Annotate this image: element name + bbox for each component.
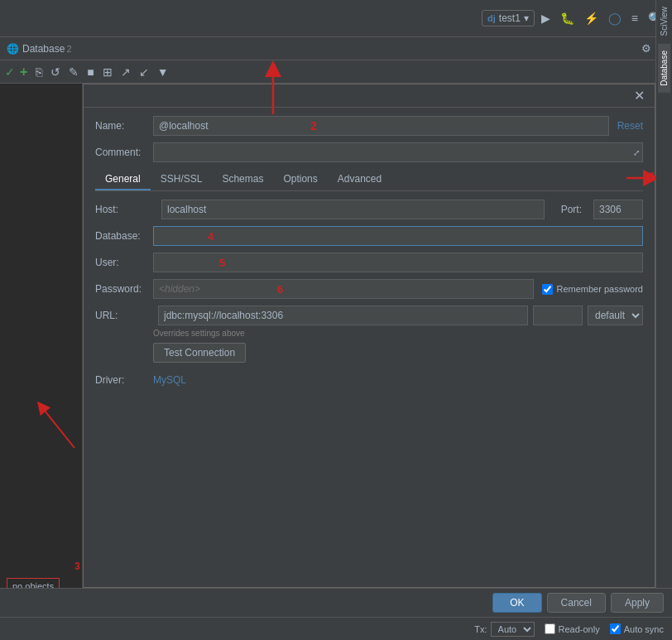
left-panel: no objects 3 点击download xyxy=(0,84,83,640)
db-toolbar: ✓ + ⎘ ↺ ✎ ■ ⊞ ↗ ↙ ▼ xyxy=(0,60,672,84)
refresh-button[interactable]: ↺ xyxy=(47,65,64,79)
password-input[interactable] xyxy=(153,279,534,299)
tx-control: Tx: Auto xyxy=(474,622,534,637)
db-panel-title: Database xyxy=(22,43,65,55)
port-label: Port: xyxy=(561,204,582,215)
db-badge: 2 xyxy=(66,44,71,54)
tab-general[interactable]: General xyxy=(95,169,151,190)
comment-row: Comment: ⤢ xyxy=(95,142,643,162)
database-input[interactable] xyxy=(153,226,643,246)
expand-icon[interactable]: ⤢ xyxy=(633,148,640,157)
host-label: Host: xyxy=(95,204,153,215)
debug-button[interactable]: 🐛 xyxy=(557,11,578,26)
edit-datasource-button[interactable]: ✎ xyxy=(65,65,82,79)
comment-input[interactable] xyxy=(153,142,643,162)
cancel-button[interactable]: Cancel xyxy=(547,593,606,613)
tx-select[interactable]: Auto xyxy=(491,622,535,637)
add-datasource-button[interactable]: + xyxy=(17,64,31,80)
export-button[interactable]: ↗ xyxy=(118,65,134,79)
copy-button[interactable]: ⎘ xyxy=(32,65,46,79)
top-bar: dj test1 ▾ ▶ 🐛 ⚡ ◯ ≡ 🔍 xyxy=(0,0,672,37)
side-right-panel: SciView Database 1 xyxy=(655,0,672,640)
driver-link[interactable]: MySQL xyxy=(153,374,186,386)
password-row: Password: 6 Remember password xyxy=(95,279,643,299)
top-bar-right: dj test1 ▾ ▶ 🐛 ⚡ ◯ ≡ 🔍 xyxy=(482,10,665,26)
database-label: Database: xyxy=(95,230,153,242)
ok-button[interactable]: OK xyxy=(492,593,541,613)
db-panel-header: 🌐 Database 2 ⚙ ⋮ xyxy=(0,37,672,60)
svg-line-0 xyxy=(41,407,74,448)
dialog-close-button[interactable]: ✕ xyxy=(631,88,648,103)
name-label: Name: xyxy=(95,120,153,132)
import-button[interactable]: ↙ xyxy=(136,65,152,79)
name-annotation: 2 xyxy=(310,119,317,132)
coverage-button[interactable]: ◯ xyxy=(605,11,625,26)
driver-row: Driver: MySQL xyxy=(95,374,643,386)
tab-sshssl[interactable]: SSH/SSL xyxy=(151,169,213,190)
profile-button[interactable]: ⚡ xyxy=(581,11,602,26)
check-icon: ✓ xyxy=(5,65,15,79)
remember-password-checkbox[interactable] xyxy=(542,284,553,295)
remember-password-label: Remember password xyxy=(542,284,643,295)
port-input[interactable] xyxy=(593,200,643,219)
scview-tab[interactable]: SciView xyxy=(658,0,670,42)
url-input[interactable] xyxy=(158,306,528,325)
comment-label: Comment: xyxy=(95,147,153,158)
tab-bar: General SSH/SSL Schemas Options Advanced xyxy=(95,169,643,191)
run-button[interactable]: ▶ xyxy=(538,11,554,26)
password-label: Password: xyxy=(95,283,153,295)
comment-input-wrapper: ⤢ xyxy=(153,142,643,162)
overrides-text: Overrides settings above xyxy=(153,329,643,338)
db-settings-icon[interactable]: ⚙ xyxy=(641,42,651,55)
stop-button[interactable]: ■ xyxy=(84,65,97,79)
arrow3-svg xyxy=(25,390,91,456)
autosync-label: Auto sync xyxy=(624,624,664,634)
table-button[interactable]: ⊞ xyxy=(99,65,116,79)
autosync-checkbox[interactable] xyxy=(610,623,621,634)
tab-advanced[interactable]: Advanced xyxy=(328,169,391,190)
readonly-control: Read-only xyxy=(545,623,600,634)
url-select[interactable]: default xyxy=(588,306,643,325)
test-connection-button[interactable]: Test Connection xyxy=(153,343,246,363)
user-input[interactable] xyxy=(153,253,643,272)
readonly-checkbox[interactable] xyxy=(545,623,555,634)
database-row: Database: 4 xyxy=(95,226,643,246)
dialog-titlebar: ✕ xyxy=(84,84,655,108)
globe-icon: 🌐 xyxy=(7,43,19,55)
url-row: URL: default xyxy=(95,306,643,325)
tx-label: Tx: xyxy=(474,624,487,634)
url-label: URL: xyxy=(95,310,153,321)
driver-label: Driver: xyxy=(95,374,153,386)
dj-icon: dj xyxy=(487,13,496,23)
host-port-row: Host: Port: xyxy=(95,200,643,219)
connection-dialog: ✕ Name: 2 Reset Comment: ⤢ General SSH/S… xyxy=(83,84,655,588)
readonly-label: Read-only xyxy=(559,624,600,634)
project-name: test1 xyxy=(499,12,521,24)
reset-link[interactable]: Reset xyxy=(617,120,643,132)
name-input[interactable] xyxy=(153,116,609,136)
action-buttons-row: OK Cancel Apply xyxy=(0,588,672,617)
dialog-body: Name: 2 Reset Comment: ⤢ General SSH/SSL… xyxy=(84,108,655,394)
database-side-tab[interactable]: Database xyxy=(658,44,670,93)
url-extra-input[interactable] xyxy=(533,306,583,325)
tab-schemas[interactable]: Schemas xyxy=(212,169,273,190)
chevron-down-icon: ▾ xyxy=(524,12,529,24)
general-tab-content: Host: Port: Database: 4 User: 5 Password… xyxy=(95,200,643,386)
tab-options[interactable]: Options xyxy=(273,169,327,190)
autosync-control: Auto sync xyxy=(610,623,664,634)
user-label: User: xyxy=(95,257,153,268)
arrow1-text: 1 xyxy=(650,170,655,182)
filter-button[interactable]: ▼ xyxy=(154,65,172,79)
host-input[interactable] xyxy=(161,200,545,219)
status-bar: Tx: Auto Read-only Auto sync xyxy=(0,617,672,640)
project-selector[interactable]: dj test1 ▾ xyxy=(482,10,535,26)
tasks-button[interactable]: ≡ xyxy=(628,11,641,26)
user-row: User: 5 xyxy=(95,253,643,272)
apply-button[interactable]: Apply xyxy=(611,593,664,613)
name-row: Name: 2 Reset xyxy=(95,116,643,136)
